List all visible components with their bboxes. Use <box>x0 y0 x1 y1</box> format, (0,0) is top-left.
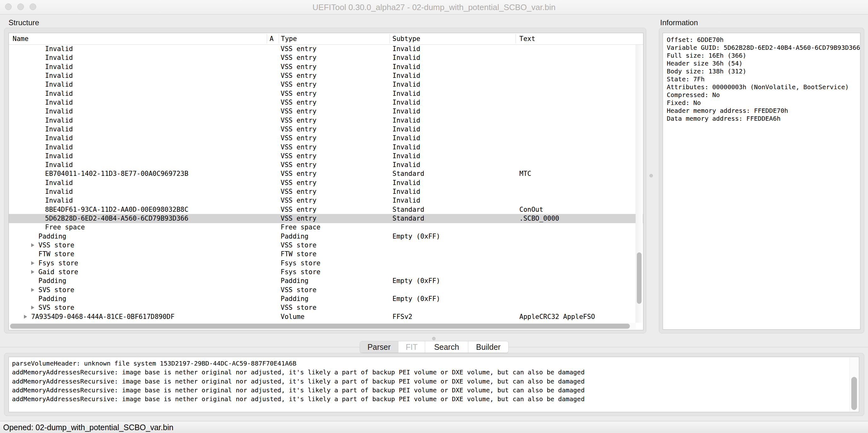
tree-row[interactable]: InvalidVSS entryInvalid <box>9 80 643 89</box>
information-box: Offset: 6DDE70hVariable GUID: 5D62B28D-6… <box>663 33 861 329</box>
tree-row[interactable]: PaddingPaddingEmpty (0xFF) <box>9 277 643 286</box>
cell-subtype: Invalid <box>393 134 421 143</box>
cell-name: 8BE4DF61-93CA-11D2-AA0D-00E098032B8C <box>45 205 188 214</box>
cell-name: Invalid <box>45 178 73 187</box>
disclosure-triangle-icon[interactable] <box>31 288 34 292</box>
tree-row[interactable]: PaddingPaddingEmpty (0xFF) <box>9 294 643 304</box>
titlebar: UEFITool 0.30.0_alpha27 - 02-dump_with_p… <box>0 0 868 15</box>
tree-row-selected[interactable]: 5D62B28D-6ED2-40B4-A560-6CD79B93D366VSS … <box>9 214 643 223</box>
cell-subtype: Invalid <box>393 196 421 205</box>
tree-row[interactable]: InvalidVSS entryInvalid <box>9 178 643 187</box>
log-vertical-scrollbar[interactable] <box>849 357 859 411</box>
horizontal-splitter-handle-icon[interactable] <box>432 337 436 340</box>
cell-subtype: Invalid <box>393 116 421 125</box>
tree-row[interactable]: InvalidVSS entryInvalid <box>9 89 643 98</box>
log-vertical-scrollbar-thumb[interactable] <box>851 377 857 410</box>
column-separator <box>390 34 390 44</box>
tree-vertical-scrollbar-thumb[interactable] <box>637 253 642 304</box>
tab-builder[interactable]: Builder <box>468 341 508 353</box>
tree-row[interactable]: Free spaceFree space <box>9 223 643 232</box>
cell-subtype: Invalid <box>393 178 421 187</box>
log-line[interactable]: addMemoryAddressesRecursive: image base … <box>12 377 846 386</box>
cell-type: VSS entry <box>281 53 316 62</box>
tree-row[interactable]: InvalidVSS entryInvalid <box>9 143 643 152</box>
tree-vertical-scrollbar[interactable] <box>636 45 643 324</box>
tree-horizontal-scrollbar[interactable] <box>9 323 637 329</box>
cell-text: AppleCRC32 AppleFSO <box>519 312 595 321</box>
column-header-a[interactable]: A <box>270 33 274 45</box>
cell-name: Fsys store <box>38 259 78 268</box>
tree-row[interactable]: InvalidVSS entryInvalid <box>9 196 643 205</box>
cell-subtype: Invalid <box>393 151 421 161</box>
tree-row[interactable]: InvalidVSS entryInvalid <box>9 53 643 62</box>
tree-row[interactable]: InvalidVSS entryInvalid <box>9 98 643 107</box>
tab-search[interactable]: Search <box>425 341 468 353</box>
disclosure-triangle-icon[interactable] <box>24 315 27 319</box>
tree-row[interactable]: InvalidVSS entryInvalid <box>9 187 643 196</box>
disclosure-triangle-icon[interactable] <box>31 270 34 274</box>
tree-row[interactable]: InvalidVSS entryInvalid <box>9 161 643 170</box>
column-header-name[interactable]: Name <box>12 33 29 45</box>
tree-row[interactable]: InvalidVSS entryInvalid <box>9 45 643 54</box>
cell-subtype: Invalid <box>393 161 421 170</box>
cell-subtype: Empty (0xFF) <box>393 232 440 241</box>
disclosure-triangle-icon[interactable] <box>31 243 34 247</box>
tab-parser[interactable]: Parser <box>360 341 398 353</box>
cell-type: VSS entry <box>281 134 316 143</box>
column-header-text[interactable]: Text <box>519 33 535 45</box>
tree-row[interactable]: InvalidVSS entryInvalid <box>9 151 643 161</box>
tree-row[interactable]: EB704011-1402-11D3-8E77-00A0C969723BVSS … <box>9 169 643 178</box>
disclosure-triangle-icon[interactable] <box>31 306 34 310</box>
tree-row[interactable]: Gaid storeFsys store <box>9 267 643 277</box>
tree-row[interactable]: SVS storeVSS store <box>9 286 643 295</box>
log-line[interactable]: addMemoryAddressesRecursive: image base … <box>12 368 846 377</box>
cell-subtype: Invalid <box>393 187 421 196</box>
cell-subtype: Invalid <box>393 107 421 116</box>
column-header-type[interactable]: Type <box>281 33 297 45</box>
cell-type: Padding <box>281 232 309 241</box>
vertical-splitter-handle-icon[interactable] <box>649 174 653 177</box>
info-line: Compressed: No <box>667 91 860 99</box>
cell-type: VSS entry <box>281 62 316 71</box>
cell-type: Volume <box>281 312 305 321</box>
cell-name: Invalid <box>45 45 73 54</box>
cell-name: Invalid <box>45 151 73 161</box>
tree-row[interactable]: InvalidVSS entryInvalid <box>9 134 643 143</box>
cell-type: VSS entry <box>281 169 316 178</box>
cell-name: 5D62B28D-6ED2-40B4-A560-6CD79B93D366 <box>45 214 188 223</box>
cell-subtype: Invalid <box>393 62 421 71</box>
tree-row[interactable]: InvalidVSS entryInvalid <box>9 116 643 125</box>
tree-row[interactable]: SVS storeVSS store <box>9 303 643 312</box>
info-line: Header size 36h (54) <box>667 60 860 67</box>
tree-row[interactable]: PaddingPaddingEmpty (0xFF) <box>9 232 643 241</box>
cell-name: SVS store <box>38 303 74 312</box>
cell-type: VSS entry <box>281 187 316 196</box>
tree-row[interactable]: VSS storeVSS store <box>9 241 643 250</box>
log-line[interactable]: addMemoryAddressesRecursive: image base … <box>12 395 846 403</box>
tree-row[interactable]: FTW storeFTW store <box>9 250 643 259</box>
tree-row[interactable]: InvalidVSS entryInvalid <box>9 62 643 71</box>
tree-row[interactable]: InvalidVSS entryInvalid <box>9 125 643 134</box>
tree-row[interactable]: InvalidVSS entryInvalid <box>9 71 643 80</box>
information-text: Offset: 6DDE70hVariable GUID: 5D62B28D-6… <box>667 36 860 123</box>
cell-type: VSS store <box>281 241 316 250</box>
tree-row[interactable]: Fsys storeFsys store <box>9 259 643 268</box>
log-line[interactable]: parseVolumeHeader: unknown file system 1… <box>12 359 846 368</box>
log-line[interactable]: addMemoryAddressesRecursive: image base … <box>12 386 846 395</box>
disclosure-triangle-icon[interactable] <box>31 261 34 265</box>
cell-name: 7A9354D9-0468-444A-81CE-0BF617D890DF <box>31 312 175 321</box>
cell-name: Invalid <box>45 143 73 152</box>
information-panel-label: Information <box>660 18 698 27</box>
cell-type: VSS entry <box>281 178 316 187</box>
tree-row[interactable]: InvalidVSS entryInvalid <box>9 107 643 116</box>
cell-type: VSS entry <box>281 89 316 98</box>
tree-row[interactable]: 8BE4DF61-93CA-11D2-AA0D-00E098032B8CVSS … <box>9 205 643 214</box>
tree-horizontal-scrollbar-thumb[interactable] <box>10 324 630 329</box>
tree-row[interactable]: 7A9354D9-0468-444A-81CE-0BF617D890DFVolu… <box>9 312 643 321</box>
cell-name: Free space <box>45 223 85 232</box>
cell-type: VSS entry <box>281 151 316 161</box>
info-line: Variable GUID: 5D62B28D-6ED2-40B4-A560-6… <box>667 44 860 52</box>
parser-log-box: parseVolumeHeader: unknown file system 1… <box>8 357 859 412</box>
window-title: UEFITool 0.30.0_alpha27 - 02-dump_with_p… <box>0 0 868 14</box>
column-header-subtype[interactable]: Subtype <box>393 33 421 45</box>
